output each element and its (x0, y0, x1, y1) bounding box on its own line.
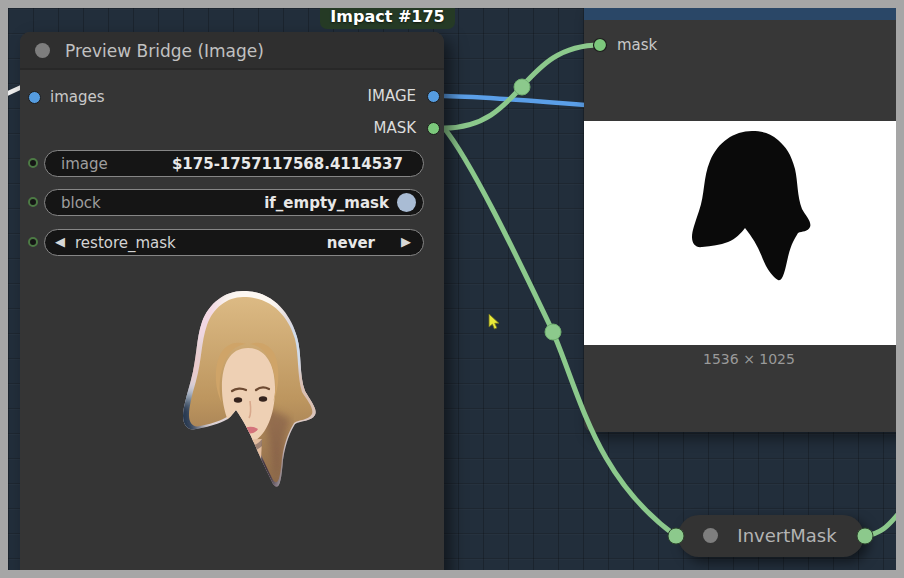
block-widget-label: block (61, 194, 101, 212)
restore-mask-widget[interactable]: ◀ restore_mask never ▶ (44, 229, 424, 256)
combo-right-arrow-icon[interactable]: ▶ (401, 234, 411, 249)
images-input-label: images (50, 88, 105, 106)
mask-silhouette (584, 121, 896, 345)
image-output-label: IMAGE (368, 87, 416, 105)
collapse-dot[interactable] (703, 528, 718, 543)
mask-link-wire-outgoing (865, 512, 896, 536)
screenshot-frame: mask 1536 × 1025 InvertMask (0, 0, 904, 578)
block-toggle-icon[interactable] (397, 193, 416, 212)
image-widget[interactable]: image $175-1757117568.4114537 (44, 150, 424, 177)
mouse-cursor-icon (488, 314, 504, 332)
restore-mask-widget-input-socket[interactable] (28, 237, 38, 247)
link-midpoint-dot[interactable] (514, 79, 530, 95)
mask-preview-image (584, 121, 896, 345)
mask-preview-node[interactable]: mask 1536 × 1025 (584, 8, 896, 432)
mask-dimensions-label: 1536 × 1025 (584, 351, 896, 367)
images-input-socket[interactable] (28, 91, 41, 104)
node-graph-canvas[interactable]: mask 1536 × 1025 InvertMask (8, 8, 896, 570)
image-widget-input-socket[interactable] (28, 158, 38, 168)
restore-mask-widget-value: never (327, 234, 375, 252)
mask-input-label: mask (617, 36, 657, 54)
cutout-portrait-preview (163, 288, 322, 492)
image-output-socket[interactable] (427, 90, 440, 103)
invert-mask-node[interactable]: InvertMask (678, 515, 864, 557)
mask-output-label: MASK (373, 119, 416, 137)
image-widget-label: image (61, 155, 108, 173)
link-midpoint-dot[interactable] (545, 324, 561, 340)
preview-bridge-titlebar[interactable]: Preview Bridge (Image) (20, 32, 444, 70)
node-title: Preview Bridge (Image) (65, 41, 264, 61)
block-widget-input-socket[interactable] (28, 197, 38, 207)
collapse-dot[interactable] (35, 43, 50, 58)
mask-link-wire-to-preview (444, 45, 600, 128)
mask-preview-node-titlebar[interactable] (584, 8, 896, 20)
block-widget[interactable]: block if_empty_mask (44, 189, 424, 216)
preview-bridge-node[interactable]: Preview Bridge (Image) images IMAGE MASK… (20, 32, 444, 570)
image-link-wire (444, 96, 598, 106)
mask-output-socket[interactable] (427, 122, 440, 135)
invert-mask-title: InvertMask (726, 515, 848, 557)
restore-mask-widget-label: restore_mask (75, 234, 176, 252)
combo-left-arrow-icon[interactable]: ◀ (55, 234, 65, 249)
image-widget-value: $175-1757117568.4114537 (172, 155, 403, 173)
block-widget-value: if_empty_mask (264, 194, 389, 212)
node-id-badge: Impact #175 (320, 8, 455, 29)
